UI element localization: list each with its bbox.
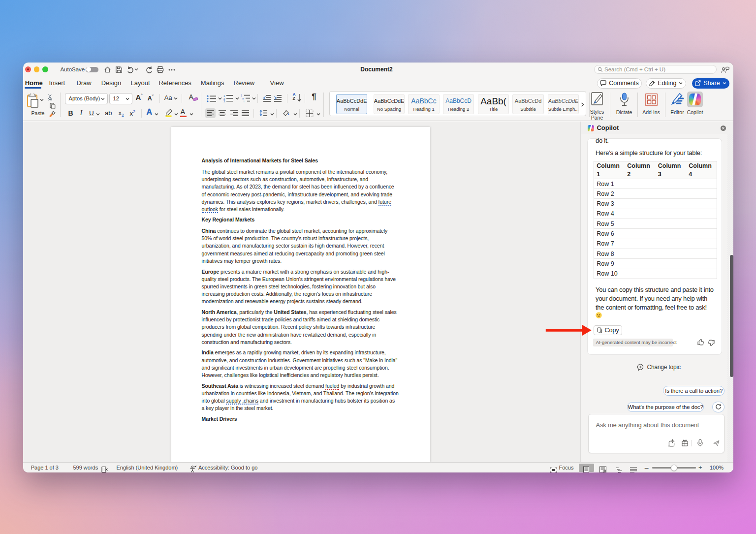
svg-text:i: i	[244, 100, 244, 102]
svg-text:3: 3	[223, 100, 225, 102]
